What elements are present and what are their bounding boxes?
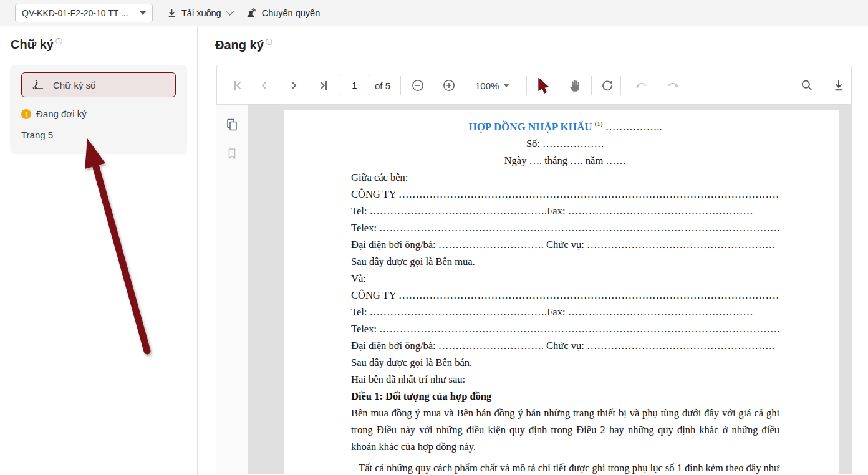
document-page-text: HỢP ĐỒNG NHẬP KHẨU (1) ……………..Số: ………………… (284, 110, 839, 474)
digital-signature-label: Chữ ký số (53, 80, 95, 90)
document-line: – Tất cả những quy cách phẩm chất và mô … (351, 459, 779, 475)
file-select-dropdown[interactable]: QV-KKD-01-F2-20-10 TT ... (15, 4, 153, 22)
zoom-level-dropdown[interactable]: 100% (475, 65, 509, 105)
document-line: Tel: …………………………………………….Fax: ………………………………… (351, 203, 779, 219)
document-line: CÔNG TY ……………………………………………………………………………………… (351, 287, 779, 304)
download-button-label: Tải xuống (181, 8, 221, 18)
document-line: Sau đây được gọi là Bên mua. (351, 253, 779, 270)
file-select-label: QV-KKD-01-F2-20-10 TT ... (22, 8, 140, 18)
document-line: Tel: …………………………………………….Fax: ………………………………… (351, 304, 779, 320)
info-icon[interactable]: ⓘ (266, 38, 272, 46)
document-line: Đại diện bởi ông/bà: …………………………. Chức vụ… (351, 337, 779, 354)
sidebar-title: Chữ kýⓘ (11, 37, 62, 52)
zoom-level-label: 100% (475, 80, 499, 91)
document-line: Telex: ………………………………………………………………………………………… (351, 219, 779, 236)
document-line: Ngày …. tháng …. năm …… (351, 152, 779, 169)
document-line: Điều 1: Đối tượng của hợp đồng (351, 388, 779, 405)
next-page-button[interactable] (287, 65, 301, 105)
signature-status-label: Đang đợi ký (36, 108, 87, 119)
signature-status: ! Đang đợi ký (21, 108, 87, 119)
top-toolbar: QV-KKD-01-F2-20-10 TT ... Tải xuống Chuy… (0, 0, 868, 26)
cursor-select-tool[interactable] (537, 65, 551, 105)
zoom-out-button[interactable] (411, 65, 425, 105)
transfer-rights-label: Chuyển quyền (262, 8, 321, 18)
signature-pen-icon (31, 78, 46, 92)
document-line: Giữa các bên: (351, 169, 779, 186)
redo-button[interactable] (665, 65, 680, 105)
download-document-button[interactable] (832, 65, 845, 105)
document-line: CÔNG TY ……………………………………………………………………………………… (351, 186, 779, 203)
zoom-in-button[interactable] (442, 65, 456, 105)
toolbar-separator (526, 76, 527, 95)
caret-down-icon (503, 84, 509, 87)
transfer-rights-button[interactable]: Chuyển quyền (245, 7, 321, 19)
toolbar-separator (620, 76, 621, 95)
undo-button[interactable] (634, 65, 649, 105)
viewer-side-rail (216, 105, 248, 474)
signature-sidebar: Chữ kýⓘ Chữ ký số ! Đang đợi ký Trang 5 (0, 26, 198, 475)
mouse-cursor-icon (537, 78, 551, 94)
rotate-button[interactable] (600, 65, 614, 105)
page-number-input[interactable] (339, 75, 370, 95)
warning-icon: ! (21, 109, 31, 119)
toolbar-separator (400, 76, 401, 95)
document-line: Sau đây được gọi là Bên bán. (351, 354, 779, 371)
toolbar-separator (591, 76, 592, 95)
last-page-button[interactable] (317, 65, 330, 105)
document-area: HỢP ĐỒNG NHẬP KHẨU (1) ……………..Số: ………………… (216, 105, 852, 474)
signing-title: Đang kýⓘ (215, 37, 272, 52)
pdf-viewer: of 5 100% (216, 65, 852, 475)
first-page-button[interactable] (231, 65, 244, 105)
document-line: Và: (351, 270, 779, 287)
user-gear-icon (245, 7, 258, 19)
page-thumbnails-icon[interactable] (226, 118, 238, 132)
digital-signature-button[interactable]: Chữ ký số (21, 72, 176, 97)
document-line: Telex: ………………………………………………………………………………………… (351, 320, 779, 337)
pdf-toolbar: of 5 100% (216, 65, 852, 105)
page-count-label: of 5 (375, 65, 390, 105)
document-line: Số: ……………… (351, 135, 779, 152)
document-line: Bên mua đồng ý mua và Bên bán đồng ý bán… (351, 405, 779, 455)
signature-page-label: Trang 5 (21, 130, 53, 140)
caret-down-icon (140, 11, 146, 15)
info-icon[interactable]: ⓘ (55, 37, 62, 45)
main-panel: Đang kýⓘ of 5 (198, 26, 868, 475)
bookmark-icon[interactable] (226, 147, 238, 161)
download-button[interactable]: Tải xuống (166, 7, 231, 18)
hand-pan-tool[interactable] (568, 65, 582, 105)
document-line: Hai bên đã nhất trí như sau: (351, 371, 779, 388)
previous-page-button[interactable] (258, 65, 271, 105)
download-icon (166, 7, 177, 18)
search-button[interactable] (800, 65, 814, 105)
signature-panel: Chữ ký số ! Đang đợi ký Trang 5 (10, 65, 187, 154)
chevron-down-icon (226, 7, 234, 16)
document-line: HỢP ĐỒNG NHẬP KHẨU (1) …………….. (351, 115, 779, 135)
document-line: Đại diện bởi ông/bà: …………………………. Chức vụ… (351, 236, 779, 253)
document-page: HỢP ĐỒNG NHẬP KHẨU (1) ……………..Số: ………………… (284, 110, 839, 474)
